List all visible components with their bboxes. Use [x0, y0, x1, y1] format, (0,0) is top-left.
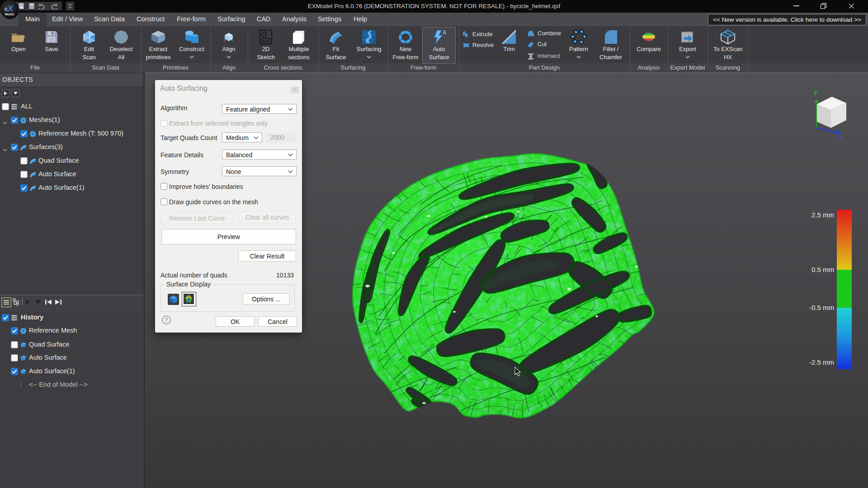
svg-text:0.5 mm: 0.5 mm	[811, 266, 834, 273]
svg-text:-0.5 mm: -0.5 mm	[809, 304, 834, 311]
svg-text:y: y	[814, 89, 817, 95]
svg-text:A: A	[443, 29, 447, 36]
svg-text:2.5 mm: 2.5 mm	[811, 211, 834, 219]
svg-text:z: z	[840, 134, 843, 141]
svg-text:-2.5 mm: -2.5 mm	[809, 358, 834, 366]
